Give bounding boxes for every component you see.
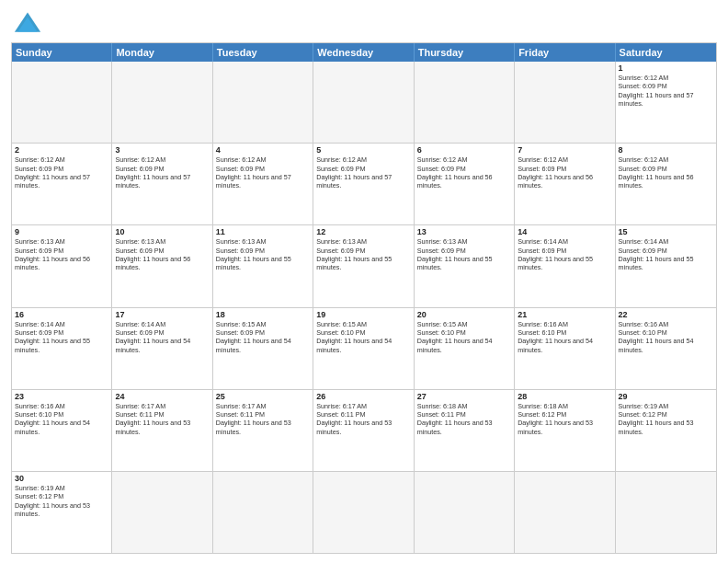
day-number: 28 <box>518 392 611 401</box>
cell-info: Sunrise: 6:16 AM Sunset: 6:10 PM Dayligh… <box>619 320 713 354</box>
cal-cell: 22Sunrise: 6:16 AM Sunset: 6:10 PM Dayli… <box>616 308 716 389</box>
cal-cell <box>112 472 212 553</box>
cal-cell <box>213 472 313 553</box>
cal-cell: 17Sunrise: 6:14 AM Sunset: 6:09 PM Dayli… <box>112 308 212 389</box>
calendar: SundayMondayTuesdayWednesdayThursdayFrid… <box>11 42 717 554</box>
day-number: 22 <box>619 310 713 319</box>
cal-cell: 13Sunrise: 6:13 AM Sunset: 6:09 PM Dayli… <box>415 225 515 306</box>
cell-info: Sunrise: 6:12 AM Sunset: 6:09 PM Dayligh… <box>216 155 310 190</box>
cal-cell: 4Sunrise: 6:12 AM Sunset: 6:09 PM Daylig… <box>213 144 313 224</box>
day-number: 24 <box>115 392 209 401</box>
cal-cell: 27Sunrise: 6:18 AM Sunset: 6:11 PM Dayli… <box>415 390 515 471</box>
cell-info: Sunrise: 6:12 AM Sunset: 6:09 PM Dayligh… <box>619 74 713 108</box>
cal-cell: 20Sunrise: 6:15 AM Sunset: 6:10 PM Dayli… <box>415 308 515 389</box>
day-header-sunday: Sunday <box>12 43 112 62</box>
day-header-saturday: Saturday <box>616 43 716 62</box>
day-number: 18 <box>216 310 310 319</box>
cell-info: Sunrise: 6:12 AM Sunset: 6:09 PM Dayligh… <box>518 155 611 190</box>
cell-info: Sunrise: 6:19 AM Sunset: 6:12 PM Dayligh… <box>619 402 713 436</box>
day-number: 20 <box>417 310 511 319</box>
day-number: 12 <box>316 227 410 236</box>
cal-cell: 24Sunrise: 6:17 AM Sunset: 6:11 PM Dayli… <box>112 390 212 471</box>
cal-cell <box>313 62 414 143</box>
cal-cell <box>12 62 112 143</box>
cell-info: Sunrise: 6:13 AM Sunset: 6:09 PM Dayligh… <box>216 237 310 271</box>
logo-icon <box>11 9 44 37</box>
day-number: 17 <box>115 310 209 319</box>
cal-cell: 18Sunrise: 6:15 AM Sunset: 6:09 PM Dayli… <box>213 308 313 389</box>
cal-cell: 26Sunrise: 6:17 AM Sunset: 6:11 PM Dayli… <box>313 390 414 471</box>
week-row-3: 9Sunrise: 6:13 AM Sunset: 6:09 PM Daylig… <box>12 224 716 306</box>
day-number: 3 <box>115 145 209 155</box>
cal-cell: 14Sunrise: 6:14 AM Sunset: 6:09 PM Dayli… <box>515 225 615 306</box>
day-number: 9 <box>15 227 108 236</box>
cal-cell: 6Sunrise: 6:12 AM Sunset: 6:09 PM Daylig… <box>415 144 515 224</box>
cal-cell: 15Sunrise: 6:14 AM Sunset: 6:09 PM Dayli… <box>616 225 716 306</box>
day-header-monday: Monday <box>112 43 212 62</box>
day-number: 6 <box>417 145 511 155</box>
cell-info: Sunrise: 6:16 AM Sunset: 6:10 PM Dayligh… <box>15 402 108 436</box>
cell-info: Sunrise: 6:17 AM Sunset: 6:11 PM Dayligh… <box>316 402 410 436</box>
cell-info: Sunrise: 6:13 AM Sunset: 6:09 PM Dayligh… <box>316 237 410 271</box>
cal-cell: 19Sunrise: 6:15 AM Sunset: 6:10 PM Dayli… <box>313 308 414 389</box>
calendar-body: 1Sunrise: 6:12 AM Sunset: 6:09 PM Daylig… <box>12 62 716 553</box>
cal-cell <box>515 472 615 553</box>
day-number: 29 <box>619 392 713 401</box>
cell-info: Sunrise: 6:12 AM Sunset: 6:09 PM Dayligh… <box>417 155 511 190</box>
day-header-thursday: Thursday <box>415 43 515 62</box>
header <box>11 9 717 37</box>
day-number: 2 <box>15 145 108 155</box>
logo <box>11 9 48 37</box>
week-row-2: 2Sunrise: 6:12 AM Sunset: 6:09 PM Daylig… <box>12 143 716 224</box>
cell-info: Sunrise: 6:17 AM Sunset: 6:11 PM Dayligh… <box>216 402 310 436</box>
cell-info: Sunrise: 6:14 AM Sunset: 6:09 PM Dayligh… <box>518 237 611 271</box>
cal-cell: 3Sunrise: 6:12 AM Sunset: 6:09 PM Daylig… <box>112 144 212 224</box>
cal-cell: 25Sunrise: 6:17 AM Sunset: 6:11 PM Dayli… <box>213 390 313 471</box>
cell-info: Sunrise: 6:14 AM Sunset: 6:09 PM Dayligh… <box>15 320 108 354</box>
cell-info: Sunrise: 6:15 AM Sunset: 6:09 PM Dayligh… <box>216 320 310 354</box>
cal-cell: 8Sunrise: 6:12 AM Sunset: 6:09 PM Daylig… <box>616 144 716 224</box>
day-number: 4 <box>216 145 310 155</box>
cell-info: Sunrise: 6:18 AM Sunset: 6:12 PM Dayligh… <box>518 402 611 436</box>
day-number: 27 <box>417 392 511 401</box>
day-number: 10 <box>115 227 209 236</box>
cell-info: Sunrise: 6:17 AM Sunset: 6:11 PM Dayligh… <box>115 402 209 436</box>
day-number: 8 <box>619 145 713 155</box>
cal-cell: 16Sunrise: 6:14 AM Sunset: 6:09 PM Dayli… <box>12 308 112 389</box>
week-row-4: 16Sunrise: 6:14 AM Sunset: 6:09 PM Dayli… <box>12 307 716 389</box>
day-number: 23 <box>15 392 108 401</box>
cell-info: Sunrise: 6:13 AM Sunset: 6:09 PM Dayligh… <box>15 237 108 271</box>
cell-info: Sunrise: 6:12 AM Sunset: 6:09 PM Dayligh… <box>619 155 713 190</box>
cell-info: Sunrise: 6:13 AM Sunset: 6:09 PM Dayligh… <box>115 237 209 271</box>
day-number: 14 <box>518 227 611 236</box>
page: SundayMondayTuesdayWednesdayThursdayFrid… <box>0 0 728 563</box>
cal-cell: 12Sunrise: 6:13 AM Sunset: 6:09 PM Dayli… <box>313 225 414 306</box>
cal-cell <box>112 62 212 143</box>
week-row-1: 1Sunrise: 6:12 AM Sunset: 6:09 PM Daylig… <box>12 62 716 143</box>
cal-cell: 5Sunrise: 6:12 AM Sunset: 6:09 PM Daylig… <box>313 144 414 224</box>
day-number: 5 <box>316 145 410 155</box>
week-row-5: 23Sunrise: 6:16 AM Sunset: 6:10 PM Dayli… <box>12 389 716 471</box>
cal-cell: 9Sunrise: 6:13 AM Sunset: 6:09 PM Daylig… <box>12 225 112 306</box>
day-number: 26 <box>316 392 410 401</box>
day-header-tuesday: Tuesday <box>213 43 313 62</box>
cell-info: Sunrise: 6:15 AM Sunset: 6:10 PM Dayligh… <box>316 320 410 354</box>
calendar-header: SundayMondayTuesdayWednesdayThursdayFrid… <box>12 43 716 62</box>
day-number: 7 <box>518 145 611 155</box>
day-number: 19 <box>316 310 410 319</box>
cal-cell: 21Sunrise: 6:16 AM Sunset: 6:10 PM Dayli… <box>515 308 615 389</box>
cell-info: Sunrise: 6:12 AM Sunset: 6:09 PM Dayligh… <box>316 155 410 190</box>
cal-cell <box>213 62 313 143</box>
day-number: 21 <box>518 310 611 319</box>
cal-cell: 23Sunrise: 6:16 AM Sunset: 6:10 PM Dayli… <box>12 390 112 471</box>
cal-cell <box>415 62 515 143</box>
cell-info: Sunrise: 6:14 AM Sunset: 6:09 PM Dayligh… <box>619 237 713 271</box>
cal-cell <box>415 472 515 553</box>
cal-cell: 10Sunrise: 6:13 AM Sunset: 6:09 PM Dayli… <box>112 225 212 306</box>
day-number: 16 <box>15 310 108 319</box>
day-number: 25 <box>216 392 310 401</box>
cal-cell: 28Sunrise: 6:18 AM Sunset: 6:12 PM Dayli… <box>515 390 615 471</box>
cell-info: Sunrise: 6:13 AM Sunset: 6:09 PM Dayligh… <box>417 237 511 271</box>
day-header-wednesday: Wednesday <box>313 43 414 62</box>
day-number: 13 <box>417 227 511 236</box>
